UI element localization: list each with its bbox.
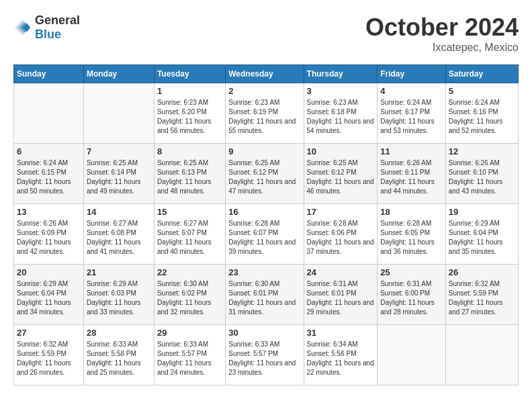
calendar-cell: 1Sunrise: 6:23 AMSunset: 6:20 PMDaylight…: [154, 83, 225, 144]
day-info: Sunrise: 6:25 AMSunset: 6:12 PMDaylight:…: [228, 158, 300, 196]
calendar-cell: 29Sunrise: 6:33 AMSunset: 5:57 PMDayligh…: [154, 325, 225, 385]
day-number: 27: [17, 328, 81, 338]
weekday-header-monday: Monday: [83, 65, 154, 83]
calendar-cell: 4Sunrise: 6:24 AMSunset: 6:17 PMDaylight…: [378, 83, 446, 144]
day-number: 5: [449, 86, 515, 96]
day-info: Sunrise: 6:28 AMSunset: 6:06 PMDaylight:…: [307, 219, 375, 257]
day-info: Sunrise: 6:27 AMSunset: 6:07 PMDaylight:…: [157, 219, 222, 257]
calendar-cell: 20Sunrise: 6:29 AMSunset: 6:04 PMDayligh…: [14, 265, 84, 325]
day-number: 24: [307, 267, 375, 277]
day-info: Sunrise: 6:24 AMSunset: 6:17 PMDaylight:…: [380, 98, 443, 136]
day-info: Sunrise: 6:26 AMSunset: 6:09 PMDaylight:…: [17, 219, 81, 257]
calendar-cell: 27Sunrise: 6:32 AMSunset: 5:59 PMDayligh…: [14, 325, 84, 385]
day-number: 19: [449, 207, 515, 217]
title-block: October 2024 Ixcatepec, Mexico: [365, 13, 519, 54]
day-number: 1: [157, 86, 222, 96]
calendar-cell: 3Sunrise: 6:23 AMSunset: 6:18 PMDaylight…: [304, 83, 378, 144]
calendar-cell: 12Sunrise: 6:26 AMSunset: 6:10 PMDayligh…: [445, 144, 518, 204]
day-info: Sunrise: 6:31 AMSunset: 6:00 PMDaylight:…: [380, 279, 443, 317]
calendar-cell: 18Sunrise: 6:28 AMSunset: 6:05 PMDayligh…: [378, 204, 446, 265]
day-number: 17: [307, 207, 375, 217]
calendar-cell: 26Sunrise: 6:32 AMSunset: 5:59 PMDayligh…: [445, 265, 518, 325]
calendar-cell: 24Sunrise: 6:31 AMSunset: 6:01 PMDayligh…: [304, 265, 378, 325]
day-info: Sunrise: 6:26 AMSunset: 6:11 PMDaylight:…: [380, 158, 443, 196]
calendar-cell: 6Sunrise: 6:24 AMSunset: 6:15 PMDaylight…: [14, 144, 84, 204]
calendar-cell: 23Sunrise: 6:30 AMSunset: 6:01 PMDayligh…: [226, 265, 304, 325]
weekday-header-friday: Friday: [378, 65, 446, 83]
day-info: Sunrise: 6:34 AMSunset: 5:56 PMDaylight:…: [307, 340, 375, 377]
day-info: Sunrise: 6:25 AMSunset: 6:13 PMDaylight:…: [157, 158, 222, 196]
day-number: 14: [87, 207, 151, 217]
day-info: Sunrise: 6:32 AMSunset: 5:59 PMDaylight:…: [17, 340, 81, 377]
calendar-cell: [445, 325, 518, 385]
calendar-cell: 21Sunrise: 6:29 AMSunset: 6:03 PMDayligh…: [83, 265, 154, 325]
calendar-cell: 22Sunrise: 6:30 AMSunset: 6:02 PMDayligh…: [154, 265, 225, 325]
calendar-cell: 17Sunrise: 6:28 AMSunset: 6:06 PMDayligh…: [304, 204, 378, 265]
day-info: Sunrise: 6:23 AMSunset: 6:20 PMDaylight:…: [157, 98, 222, 136]
calendar-week-5: 27Sunrise: 6:32 AMSunset: 5:59 PMDayligh…: [14, 325, 519, 385]
day-info: Sunrise: 6:33 AMSunset: 5:58 PMDaylight:…: [87, 340, 151, 377]
calendar-cell: 2Sunrise: 6:23 AMSunset: 6:19 PMDaylight…: [226, 83, 304, 144]
calendar-cell: 15Sunrise: 6:27 AMSunset: 6:07 PMDayligh…: [154, 204, 225, 265]
day-number: 11: [380, 146, 443, 156]
day-number: 29: [157, 328, 222, 338]
weekday-header-thursday: Thursday: [304, 65, 378, 83]
weekday-header-sunday: Sunday: [14, 65, 84, 83]
day-number: 6: [17, 146, 81, 156]
day-info: Sunrise: 6:31 AMSunset: 6:01 PMDaylight:…: [307, 279, 375, 317]
day-number: 4: [380, 86, 443, 96]
day-info: Sunrise: 6:30 AMSunset: 6:02 PMDaylight:…: [157, 279, 222, 317]
day-number: 25: [380, 267, 443, 277]
day-info: Sunrise: 6:29 AMSunset: 6:04 PMDaylight:…: [17, 279, 81, 317]
calendar-cell: 11Sunrise: 6:26 AMSunset: 6:11 PMDayligh…: [378, 144, 446, 204]
day-number: 10: [307, 146, 375, 156]
day-number: 9: [228, 146, 300, 156]
calendar-week-3: 13Sunrise: 6:26 AMSunset: 6:09 PMDayligh…: [14, 204, 519, 265]
calendar-week-1: 1Sunrise: 6:23 AMSunset: 6:20 PMDaylight…: [14, 83, 519, 144]
calendar-cell: 14Sunrise: 6:27 AMSunset: 6:08 PMDayligh…: [83, 204, 154, 265]
day-info: Sunrise: 6:28 AMSunset: 6:07 PMDaylight:…: [228, 219, 300, 257]
calendar-cell: 8Sunrise: 6:25 AMSunset: 6:13 PMDaylight…: [154, 144, 225, 204]
calendar-cell: 5Sunrise: 6:24 AMSunset: 6:16 PMDaylight…: [445, 83, 518, 144]
day-info: Sunrise: 6:26 AMSunset: 6:10 PMDaylight:…: [449, 158, 515, 196]
day-info: Sunrise: 6:25 AMSunset: 6:12 PMDaylight:…: [307, 158, 375, 196]
calendar-week-4: 20Sunrise: 6:29 AMSunset: 6:04 PMDayligh…: [14, 265, 519, 325]
day-number: 23: [228, 267, 300, 277]
calendar-cell: [83, 83, 154, 144]
weekday-header-tuesday: Tuesday: [154, 65, 225, 83]
day-number: 12: [449, 146, 515, 156]
logo: General Blue: [13, 13, 80, 42]
day-number: 28: [87, 328, 151, 338]
day-info: Sunrise: 6:23 AMSunset: 6:19 PMDaylight:…: [228, 98, 300, 136]
calendar-cell: 31Sunrise: 6:34 AMSunset: 5:56 PMDayligh…: [304, 325, 378, 385]
day-info: Sunrise: 6:24 AMSunset: 6:16 PMDaylight:…: [449, 98, 515, 136]
calendar-cell: [14, 83, 84, 144]
day-info: Sunrise: 6:30 AMSunset: 6:01 PMDaylight:…: [228, 279, 300, 317]
day-info: Sunrise: 6:25 AMSunset: 6:14 PMDaylight:…: [87, 158, 151, 196]
weekday-header-saturday: Saturday: [445, 65, 518, 83]
calendar-cell: 28Sunrise: 6:33 AMSunset: 5:58 PMDayligh…: [83, 325, 154, 385]
logo-text-blue: Blue: [35, 28, 61, 41]
day-number: 31: [307, 328, 375, 338]
day-number: 16: [228, 207, 300, 217]
location-title: Ixcatepec, Mexico: [365, 42, 519, 54]
day-info: Sunrise: 6:29 AMSunset: 6:03 PMDaylight:…: [87, 279, 151, 317]
day-number: 21: [87, 267, 151, 277]
day-number: 30: [228, 328, 300, 338]
day-number: 2: [228, 86, 300, 96]
calendar-week-2: 6Sunrise: 6:24 AMSunset: 6:15 PMDaylight…: [14, 144, 519, 204]
calendar-cell: 25Sunrise: 6:31 AMSunset: 6:00 PMDayligh…: [378, 265, 446, 325]
logo-text-general: General: [35, 13, 80, 27]
day-number: 13: [17, 207, 81, 217]
day-number: 22: [157, 267, 222, 277]
day-info: Sunrise: 6:28 AMSunset: 6:05 PMDaylight:…: [380, 219, 443, 257]
calendar-cell: 30Sunrise: 6:33 AMSunset: 5:57 PMDayligh…: [226, 325, 304, 385]
day-number: 18: [380, 207, 443, 217]
day-number: 15: [157, 207, 222, 217]
calendar-cell: [378, 325, 446, 385]
calendar-cell: 7Sunrise: 6:25 AMSunset: 6:14 PMDaylight…: [83, 144, 154, 204]
calendar-cell: 19Sunrise: 6:29 AMSunset: 6:04 PMDayligh…: [445, 204, 518, 265]
day-info: Sunrise: 6:24 AMSunset: 6:15 PMDaylight:…: [17, 158, 81, 196]
day-number: 26: [449, 267, 515, 277]
day-info: Sunrise: 6:29 AMSunset: 6:04 PMDaylight:…: [449, 219, 515, 257]
